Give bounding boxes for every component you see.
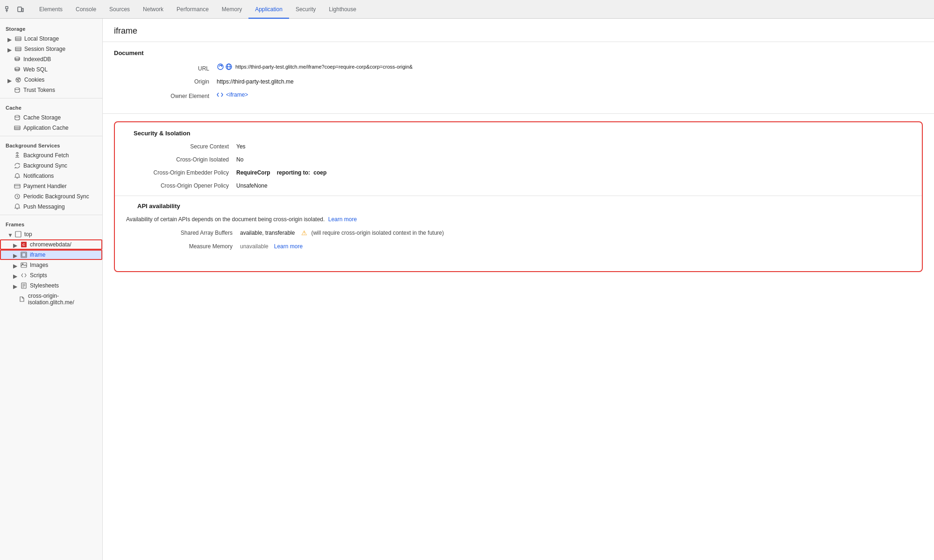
url-label: URL [114, 65, 217, 72]
svg-rect-35 [22, 253, 26, 257]
sidebar-item-chromewebdata[interactable]: ▶ C chromewebdata/ [0, 239, 102, 250]
coop-row: Cross-Origin Opener Policy UnsafeNone [122, 182, 914, 189]
sidebar-item-notifications[interactable]: Notifications [0, 171, 102, 181]
tab-sources[interactable]: Sources [103, 0, 136, 19]
svg-rect-0 [6, 7, 8, 9]
periodic-bg-sync-icon [14, 193, 21, 200]
sidebar-item-push-messaging[interactable]: Push Messaging [0, 202, 102, 212]
owner-element-row: Owner Element <iframe> [114, 91, 923, 99]
iframe-title: iframe [103, 19, 934, 42]
cross-origin-isolated-value: No [236, 156, 903, 163]
svg-point-42 [218, 64, 223, 70]
measure-memory-value: unavailable Learn more [240, 243, 899, 250]
bg-services-label: Background Services [0, 139, 102, 150]
cache-storage-icon [14, 114, 21, 121]
measure-memory-row: Measure Memory unavailable Learn more [126, 243, 911, 250]
code-icon [217, 91, 223, 98]
refresh-icon [217, 63, 224, 70]
sidebar-item-background-sync[interactable]: Background Sync [0, 161, 102, 171]
svg-rect-8 [15, 47, 21, 51]
svg-rect-31 [15, 231, 21, 237]
sidebar-item-iframe[interactable]: ▶ iframe [0, 250, 102, 260]
globe-icon [225, 63, 233, 70]
document-section: Document URL [103, 42, 934, 114]
owner-element-link[interactable]: <iframe> [226, 91, 248, 98]
local-storage-icon [15, 35, 21, 42]
tab-security[interactable]: Security [289, 0, 322, 19]
url-value: https://third-party-test.glitch.me/ifram… [217, 63, 923, 70]
tab-application[interactable]: Application [248, 0, 289, 19]
url-icons [217, 63, 233, 70]
main-layout: Storage ▶ Local Storage ▶ Ses [0, 19, 934, 560]
stylesheets-icon [21, 282, 27, 289]
sidebar-item-cookies[interactable]: ▶ Cookies [0, 75, 102, 85]
sidebar: Storage ▶ Local Storage ▶ Ses [0, 19, 103, 560]
sidebar-item-cross-origin[interactable]: cross-origin-isolation.glitch.me/ [0, 291, 102, 308]
measure-memory-link[interactable]: Learn more [274, 243, 303, 250]
coop-value: UnsafeNone [236, 182, 903, 189]
sidebar-item-background-fetch[interactable]: Background Fetch [0, 150, 102, 161]
expand-arrow-icon: ▶ [7, 36, 12, 41]
cache-section-label: Cache [0, 101, 102, 112]
expand-arrow-icon: ▶ [13, 283, 18, 288]
measure-memory-label: Measure Memory [137, 243, 240, 250]
devtools-icons [4, 5, 25, 14]
cross-origin-isolated-label: Cross-Origin Isolated [134, 156, 236, 163]
file-icon [19, 296, 25, 302]
sidebar-item-application-cache[interactable]: Application Cache [0, 123, 102, 133]
trust-tokens-icon [14, 87, 21, 93]
origin-label: Origin [114, 78, 217, 85]
svg-rect-3 [18, 7, 21, 12]
tab-performance[interactable]: Performance [170, 0, 215, 19]
secure-context-row: Secure Context Yes [122, 143, 914, 150]
secure-context-value: Yes [236, 143, 903, 150]
tab-lighthouse[interactable]: Lighthouse [322, 0, 363, 19]
tab-console[interactable]: Console [69, 0, 103, 19]
shared-array-warning-text: (will require cross-origin isolated cont… [311, 230, 444, 236]
security-title: Security & Isolation [122, 130, 914, 137]
coep-value: RequireCorp reporting to: coep [236, 169, 903, 176]
expand-arrow-icon: ▶ [7, 77, 12, 82]
svg-point-11 [15, 57, 20, 59]
payment-handler-icon [14, 183, 21, 189]
tab-memory[interactable]: Memory [215, 0, 248, 19]
coep-label: Cross-Origin Embedder Policy [134, 169, 236, 176]
sidebar-item-cache-storage[interactable]: Cache Storage [0, 112, 102, 123]
sidebar-item-payment-handler[interactable]: Payment Handler [0, 181, 102, 191]
expand-arrow-icon: ▶ [13, 263, 18, 267]
origin-value: https://third-party-test.glitch.me [217, 78, 923, 85]
api-learn-more-link[interactable]: Learn more [328, 216, 357, 223]
svg-rect-19 [14, 126, 20, 130]
coop-label: Cross-Origin Opener Policy [134, 182, 236, 189]
device-toggle-icon[interactable] [16, 5, 25, 14]
svg-point-15 [19, 78, 20, 79]
tab-network[interactable]: Network [136, 0, 170, 19]
application-cache-icon [14, 125, 21, 131]
images-icon [21, 262, 27, 268]
sidebar-item-scripts[interactable]: ▶ Scripts [0, 270, 102, 280]
notifications-icon [14, 173, 21, 179]
sidebar-item-images[interactable]: ▶ Images [0, 260, 102, 270]
svg-point-16 [18, 80, 19, 81]
url-text: https://third-party-test.glitch.me/ifram… [235, 64, 413, 70]
inspect-icon[interactable] [4, 5, 13, 14]
expand-arrow-icon: ▶ [7, 47, 12, 51]
sidebar-item-trust-tokens[interactable]: Trust Tokens [0, 85, 102, 95]
sidebar-item-session-storage[interactable]: ▶ Session Storage [0, 44, 102, 54]
svg-point-12 [15, 67, 20, 69]
svg-rect-4 [22, 8, 23, 12]
push-messaging-icon [14, 203, 21, 210]
url-row: URL [114, 63, 923, 72]
api-availability-section: API availability Availability of certain… [115, 203, 922, 264]
svg-point-17 [15, 88, 20, 90]
svg-rect-27 [14, 184, 20, 188]
sidebar-item-indexed-db[interactable]: IndexedDB [0, 54, 102, 64]
sidebar-item-top[interactable]: ▼ top [0, 229, 102, 239]
sidebar-item-local-storage[interactable]: ▶ Local Storage [0, 34, 102, 44]
document-section-title: Document [114, 49, 923, 56]
sidebar-item-web-sql[interactable]: Web SQL [0, 64, 102, 75]
sidebar-item-stylesheets[interactable]: ▶ Stylesheets [0, 280, 102, 291]
tab-bar: Elements Console Sources Network Perform… [0, 0, 934, 19]
sidebar-item-periodic-bg-sync[interactable]: Periodic Background Sync [0, 191, 102, 202]
tab-elements[interactable]: Elements [33, 0, 69, 19]
